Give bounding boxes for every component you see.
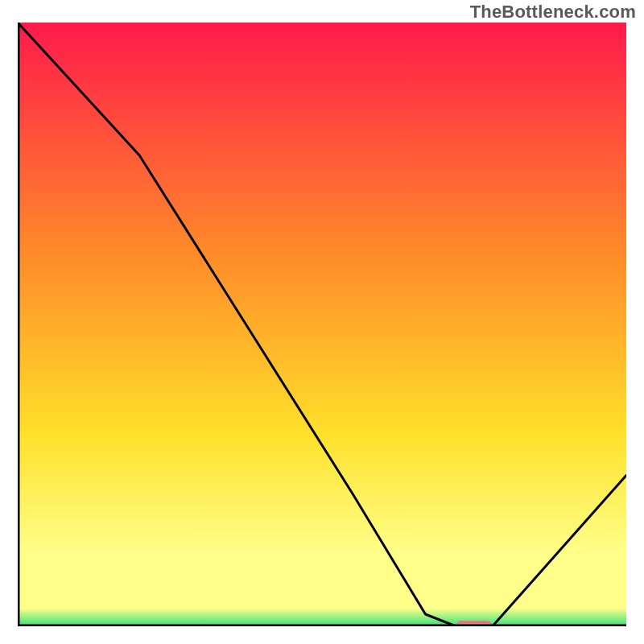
plot-area xyxy=(18,23,626,626)
gradient-background xyxy=(18,23,626,626)
chart-svg xyxy=(18,23,626,626)
watermark-label: TheBottleneck.com xyxy=(470,2,636,23)
chart-frame: TheBottleneck.com xyxy=(0,0,644,644)
